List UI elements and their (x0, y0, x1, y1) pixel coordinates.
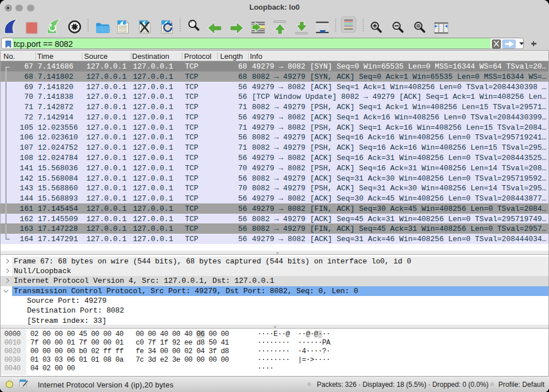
svg-text:01100: 01100 (119, 30, 127, 33)
